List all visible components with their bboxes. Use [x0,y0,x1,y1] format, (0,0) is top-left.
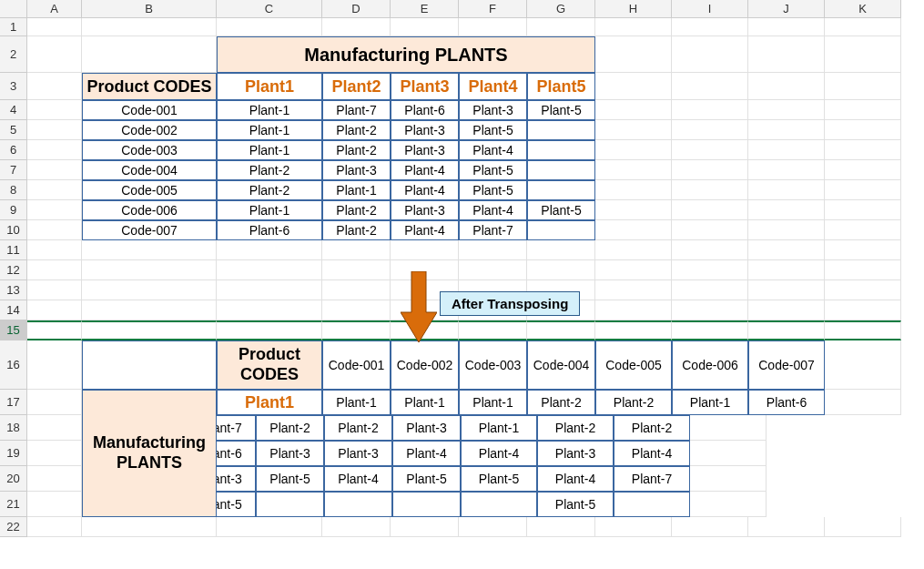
col-header-E[interactable]: E [391,0,459,18]
cell-B6[interactable]: Code-003 [82,140,217,160]
cell-K12[interactable] [825,260,901,280]
cell-J20[interactable]: Plant-7 [614,466,690,492]
cell-J18[interactable]: Plant-2 [614,415,690,441]
cell-B2[interactable] [82,36,217,73]
cell-H21[interactable] [461,492,537,517]
cell-F7[interactable]: Plant-5 [459,160,527,180]
cell-E4[interactable]: Plant-6 [391,100,459,120]
cell-G1[interactable] [527,18,595,36]
cell-E17[interactable]: Plant-1 [391,390,459,415]
cell-G10[interactable] [527,220,595,240]
row-header-14[interactable]: 14 [0,300,27,320]
cell-A2[interactable] [27,36,82,73]
row-header-10[interactable]: 10 [0,220,27,240]
cell-I15[interactable] [672,320,748,340]
cell-D3[interactable]: Plant2 [322,73,391,100]
row-header-22[interactable]: 22 [0,517,27,537]
cell-B9[interactable]: Code-006 [82,200,217,220]
cell-G3[interactable]: Plant5 [527,73,595,100]
cell-H18[interactable]: Plant-1 [461,415,537,441]
cell-G22[interactable] [527,517,595,537]
cell-D14[interactable] [322,300,391,320]
cell-F4[interactable]: Plant-3 [459,100,527,120]
row-header-17[interactable]: 17 [0,390,27,415]
cell-I19[interactable]: Plant-3 [537,441,614,466]
cell-K11[interactable] [825,240,901,260]
cell-G5[interactable] [527,120,595,140]
cell-E18[interactable]: Plant-2 [256,415,324,441]
cell-K18[interactable] [690,415,767,441]
cell-G18[interactable]: Plant-3 [392,415,461,441]
col-header-G[interactable]: G [527,0,595,18]
cell-A4[interactable] [27,100,82,120]
cell-C11[interactable] [217,240,322,260]
cell-J21[interactable] [614,492,690,517]
cell-K7[interactable] [825,160,901,180]
cell-G11[interactable] [527,240,595,260]
cell-I22[interactable] [672,517,748,537]
cell-D16[interactable]: Code-001 [322,340,391,390]
cell-H9[interactable] [595,200,672,220]
row-header-16[interactable]: 16 [0,340,27,390]
row-header-1[interactable]: 1 [0,18,27,36]
cell-B8[interactable]: Code-005 [82,180,217,200]
row-header-19[interactable]: 19 [0,441,27,466]
cell-C15[interactable] [217,320,322,340]
row-header-21[interactable]: 21 [0,492,27,517]
cell-E8[interactable]: Plant-4 [391,180,459,200]
cell-A17[interactable] [27,390,82,415]
row-header-2[interactable]: 2 [0,36,27,73]
cell-G8[interactable] [527,180,595,200]
cell-D10[interactable]: Plant-2 [322,220,391,240]
cell-C5[interactable]: Plant-1 [217,120,322,140]
cell-D11[interactable] [322,240,391,260]
cell-H10[interactable] [595,220,672,240]
cell-D8[interactable]: Plant-1 [322,180,391,200]
cell-A19[interactable] [27,441,82,466]
cell-H11[interactable] [595,240,672,260]
cell-A5[interactable] [27,120,82,140]
cell-I12[interactable] [672,260,748,280]
cell-J7[interactable] [748,160,825,180]
cell-H12[interactable] [595,260,672,280]
cell-J2[interactable] [748,36,825,73]
cell-H14[interactable] [595,300,672,320]
cell-K3[interactable] [825,73,901,100]
row-header-7[interactable]: 7 [0,160,27,180]
cell-E22[interactable] [391,517,459,537]
row-header-12[interactable]: 12 [0,260,27,280]
cell-G4[interactable]: Plant-5 [527,100,595,120]
cell-F11[interactable] [459,240,527,260]
cell-A7[interactable] [27,160,82,180]
cell-D15[interactable] [322,320,391,340]
cell-K2[interactable] [825,36,901,73]
cell-D17[interactable]: Plant-1 [322,390,391,415]
cell-C22[interactable] [217,517,322,537]
cell-K14[interactable] [825,300,901,320]
col-header-H[interactable]: H [595,0,672,18]
cell-A13[interactable] [27,280,82,300]
cell-H8[interactable] [595,180,672,200]
cell-E7[interactable]: Plant-4 [391,160,459,180]
cell-I1[interactable] [672,18,748,36]
cell-B15[interactable] [82,320,217,340]
cell-C1[interactable] [217,18,322,36]
cell-A22[interactable] [27,517,82,537]
cell-E16[interactable]: Code-002 [391,340,459,390]
cell-A3[interactable] [27,73,82,100]
cell-F10[interactable]: Plant-7 [459,220,527,240]
cell-K10[interactable] [825,220,901,240]
cell-B5[interactable]: Code-002 [82,120,217,140]
cell-B17[interactable]: ManufacturingPLANTS [82,390,217,517]
col-header-C[interactable]: C [217,0,322,18]
cell-K13[interactable] [825,280,901,300]
cell-F22[interactable] [459,517,527,537]
cell-I20[interactable]: Plant-4 [537,466,614,492]
cell-B11[interactable] [82,240,217,260]
row-header-18[interactable]: 18 [0,415,27,441]
cell-K8[interactable] [825,180,901,200]
cell-A1[interactable] [27,18,82,36]
cell-F19[interactable]: Plant-3 [324,441,392,466]
cell-B7[interactable]: Code-004 [82,160,217,180]
cell-K4[interactable] [825,100,901,120]
